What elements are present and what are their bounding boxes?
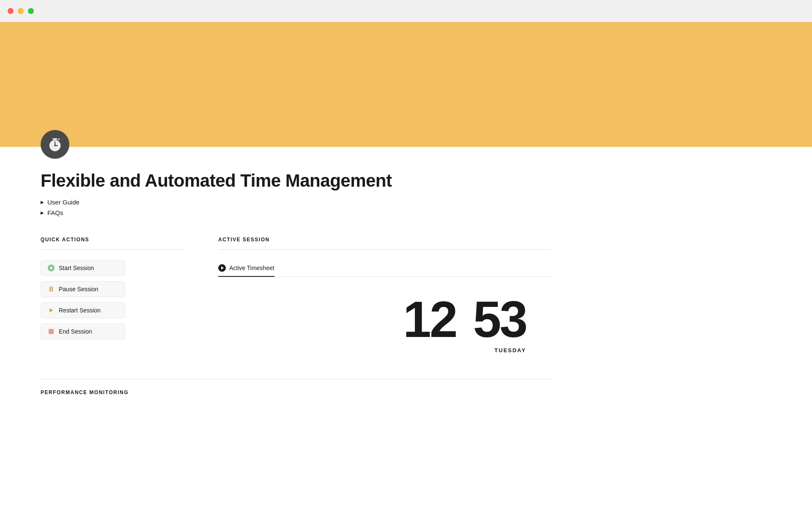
- end-session-label: End Session: [59, 328, 92, 335]
- nav-item-user-guide[interactable]: ▶ User Guide: [41, 199, 551, 206]
- nav-item-label: User Guide: [47, 199, 80, 206]
- pause-icon: [48, 286, 55, 293]
- arrow-icon: ▶: [41, 210, 44, 215]
- clock-day: TUESDAY: [218, 347, 551, 353]
- arrow-icon: ▶: [41, 200, 44, 204]
- two-column-layout: QUICK ACTIONS Start Session Pause Sessio…: [41, 237, 551, 353]
- tab-label: Active Timesheet: [229, 265, 274, 271]
- pause-session-label: Pause Session: [59, 286, 98, 293]
- nav-links: ▶ User Guide ▶ FAQs: [41, 199, 551, 216]
- section-divider: [41, 249, 184, 250]
- page-title: Flexible and Automated Time Management: [41, 171, 551, 191]
- restart-icon-shape: [49, 308, 53, 312]
- restart-session-button[interactable]: Restart Session: [41, 302, 125, 318]
- minimize-button[interactable]: [18, 8, 24, 14]
- end-icon-shape: [49, 329, 54, 334]
- active-session-panel: ACTIVE SESSION Active Timesheet 12 53 TU…: [218, 237, 551, 353]
- play-icon: [218, 264, 226, 272]
- tab-active-timesheet[interactable]: Active Timesheet: [218, 260, 274, 277]
- maximize-button[interactable]: [28, 8, 34, 14]
- pause-bar-1: [49, 287, 51, 292]
- main-content: Flexible and Automated Time Management ▶…: [0, 147, 592, 421]
- nav-item-label: FAQs: [47, 209, 63, 216]
- close-button[interactable]: [8, 8, 14, 14]
- clock-hour: 12: [403, 294, 456, 345]
- pause-bar-2: [52, 287, 53, 292]
- pause-session-button[interactable]: Pause Session: [41, 281, 125, 297]
- end-icon: [48, 328, 55, 335]
- clock-minute: 53: [473, 294, 526, 345]
- start-icon: [48, 265, 55, 271]
- end-session-button[interactable]: End Session: [41, 323, 125, 340]
- svg-rect-3: [58, 138, 60, 141]
- app-icon: [41, 130, 69, 159]
- clock-container: 12 53 TUESDAY: [218, 294, 551, 353]
- start-session-label: Start Session: [59, 265, 94, 271]
- active-session-title: ACTIVE SESSION: [218, 237, 551, 243]
- nav-item-faqs[interactable]: ▶ FAQs: [41, 209, 551, 216]
- performance-monitoring-section: PERFORMANCE MONITORING: [41, 379, 551, 395]
- restart-session-label: Restart Session: [59, 307, 101, 314]
- restart-icon: [48, 307, 55, 314]
- tab-bar: Active Timesheet: [218, 260, 551, 277]
- svg-point-6: [54, 145, 56, 146]
- start-icon-shape: [48, 265, 55, 271]
- active-session-divider: [218, 249, 551, 250]
- performance-monitoring-title: PERFORMANCE MONITORING: [41, 389, 551, 395]
- pause-icon-shape: [49, 287, 53, 292]
- clock-display: 12 53: [218, 294, 551, 345]
- titlebar: [0, 0, 812, 22]
- stopwatch-icon: [47, 136, 63, 152]
- quick-actions-title: QUICK ACTIONS: [41, 237, 184, 243]
- svg-rect-2: [52, 138, 57, 140]
- hero-banner: [0, 22, 812, 147]
- start-session-button[interactable]: Start Session: [41, 260, 125, 276]
- quick-actions-panel: QUICK ACTIONS Start Session Pause Sessio…: [41, 237, 184, 345]
